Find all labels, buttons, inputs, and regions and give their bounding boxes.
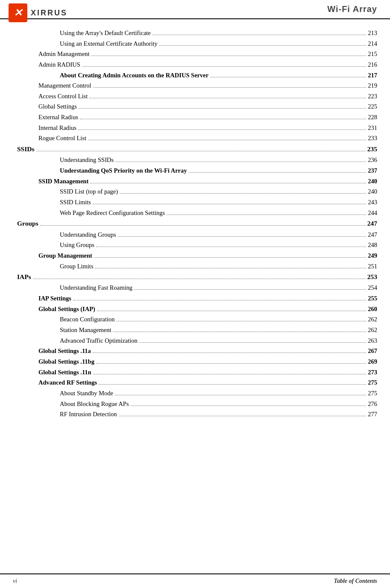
toc-entry: Admin Management215	[17, 49, 377, 59]
toc-entry: SSID Limits243	[17, 197, 377, 208]
entry-text: SSIDs	[17, 144, 35, 155]
entry-dots	[82, 66, 366, 67]
toc-entry: Global Settings .11a267	[17, 346, 377, 356]
entry-page: 247	[368, 229, 377, 240]
entry-page: 231	[368, 123, 377, 133]
toc-entry: IAP Settings255	[17, 293, 377, 304]
toc-content: Using the Array's Default Certificate213…	[0, 19, 390, 445]
entry-dots	[88, 140, 366, 140]
entry-text: Rogue Control List	[38, 133, 86, 144]
toc-entry: Using an External Certificate Authority2…	[17, 38, 377, 49]
toc-entry: Understanding SSIDs236	[17, 155, 377, 165]
entry-text: About Creating Admin Accounts on the RAD…	[60, 70, 208, 81]
entry-page: 276	[368, 399, 377, 409]
toc-entry: Internal Radius231	[17, 123, 377, 133]
entry-dots	[94, 257, 366, 258]
entry-text: About Blocking Rogue APs	[60, 399, 129, 409]
entry-page: 233	[368, 133, 377, 144]
entry-dots	[99, 384, 366, 385]
entry-page: 237	[368, 165, 377, 176]
toc-entry: SSIDs235	[17, 144, 377, 155]
entry-page: 263	[368, 335, 377, 346]
entry-text: SSID List (top of page)	[60, 186, 118, 197]
entry-page: 255	[368, 293, 377, 304]
toc-entry: SSID List (top of page)240	[17, 186, 377, 197]
entry-text: Access Control List	[38, 91, 88, 102]
entry-text: Understanding SSIDs	[60, 155, 114, 165]
toc-entry: Groups247	[17, 218, 377, 229]
logo-x-letter: ✕	[14, 7, 22, 19]
entry-dots	[134, 289, 366, 290]
toc-entry: Advanced RF Settings275	[17, 377, 377, 388]
toc-entry: Understanding Fast Roaming254	[17, 282, 377, 293]
entry-dots	[90, 183, 366, 183]
entry-dots	[89, 98, 366, 98]
entry-text: Station Management	[60, 325, 111, 335]
entry-page: 247	[367, 218, 377, 229]
entry-page: 253	[367, 271, 377, 282]
toc-entry: Using the Array's Default Certificate213	[17, 28, 377, 38]
entry-page: 275	[368, 388, 377, 399]
toc-entry: Station Management262	[17, 325, 377, 335]
entry-dots	[91, 56, 367, 56]
toc-entry: External Radius228	[17, 112, 377, 123]
footer-page-number: vi	[13, 578, 17, 585]
entry-dots	[73, 300, 366, 300]
entry-text: Advanced Traffic Optimization	[60, 335, 138, 346]
entry-dots	[115, 395, 366, 395]
entry-text: Understanding Fast Roaming	[60, 282, 132, 293]
toc-entry: About Creating Admin Accounts on the RAD…	[17, 70, 377, 81]
entry-page: 217	[368, 70, 377, 81]
entry-text: Beacon Configuration	[60, 314, 114, 325]
entry-page: 228	[368, 112, 377, 123]
entry-text: Global Settings .11n	[38, 367, 91, 378]
entry-page: 267	[368, 346, 377, 356]
entry-page: 249	[368, 250, 377, 261]
entry-text: IAP Settings	[38, 293, 71, 304]
toc-entry: Global Settings225	[17, 101, 377, 112]
entry-text: IAPs	[17, 271, 31, 282]
entry-page: 269	[368, 356, 377, 367]
toc-entry: Rogue Control List233	[17, 133, 377, 144]
entry-text: SSID Limits	[60, 197, 91, 208]
entry-dots	[167, 215, 366, 215]
entry-text: External Radius	[38, 112, 78, 123]
entry-dots	[93, 87, 367, 88]
entry-dots	[210, 77, 366, 77]
toc-entry: Understanding QoS Priority on the Wi-Fi …	[17, 165, 377, 176]
entry-dots	[80, 119, 366, 119]
entry-dots	[96, 247, 366, 247]
toc-entry: SSID Management240	[17, 176, 377, 187]
entry-text: Admin RADIUS	[38, 59, 80, 70]
entry-page: 262	[368, 314, 377, 325]
entry-dots	[113, 332, 366, 332]
page-header: ✕ XIRRUS Wi-Fi Array	[0, 0, 390, 19]
entry-text: Using the Array's Default Certificate	[60, 28, 151, 38]
entry-page: 215	[368, 49, 377, 59]
toc-entry: Using Groups248	[17, 240, 377, 250]
entry-dots	[115, 162, 366, 162]
entry-text: Global Settings .11bg	[38, 356, 94, 367]
toc-entry: Access Control List223	[17, 91, 377, 102]
entry-text: Understanding QoS Priority on the Wi-Fi …	[60, 165, 187, 176]
entry-page: 214	[368, 38, 377, 49]
entry-text: Advanced RF Settings	[38, 377, 97, 388]
entry-page: 275	[368, 377, 377, 388]
entry-text: Global Settings	[38, 101, 77, 112]
entry-page: 244	[368, 208, 377, 218]
toc-entry: About Blocking Rogue APs276	[17, 399, 377, 409]
toc-entry: Understanding Groups247	[17, 229, 377, 240]
entry-text: Groups	[17, 218, 38, 229]
toc-entry: Management Control219	[17, 80, 377, 91]
entry-dots	[159, 45, 367, 46]
logo-brand: XIRRUS	[31, 9, 67, 18]
entry-page: 262	[368, 325, 377, 335]
entry-dots	[93, 204, 366, 204]
entry-page: 248	[368, 240, 377, 250]
toc-entry: Group Limits251	[17, 261, 377, 272]
entry-page: 213	[368, 28, 377, 38]
entry-dots	[79, 108, 366, 109]
entry-text: Using Groups	[60, 240, 94, 250]
entry-text: Web Page Redirect Configuration Settings	[60, 208, 165, 218]
entry-text: Group Management	[38, 250, 92, 261]
